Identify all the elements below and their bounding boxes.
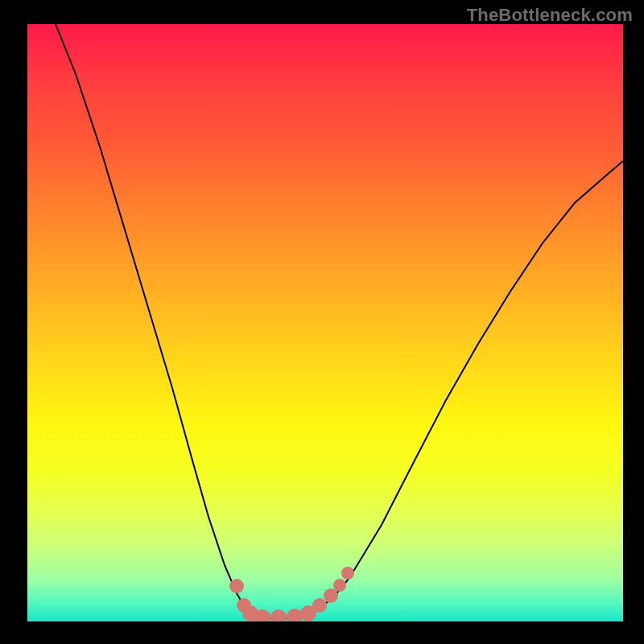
data-marker — [287, 609, 303, 621]
data-marker — [324, 588, 338, 603]
data-marker — [341, 567, 354, 580]
data-marker — [229, 579, 244, 593]
data-marker — [312, 598, 327, 613]
data-marker — [333, 579, 346, 592]
watermark-text: TheBottleneck.com — [467, 5, 633, 26]
data-marker — [270, 609, 287, 621]
